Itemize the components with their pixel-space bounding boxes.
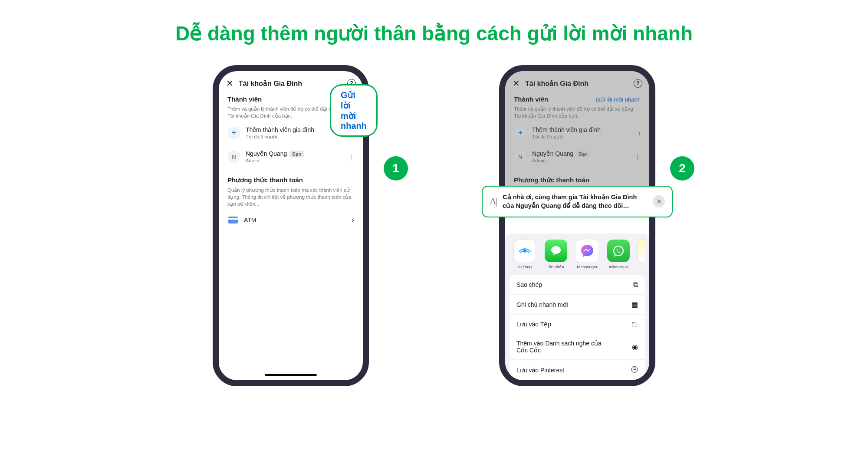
airdrop-icon [513, 240, 536, 262]
plus-icon: + [227, 127, 240, 140]
section-title: Thành viên [514, 95, 548, 103]
member-name: Nguyễn QuangBạn [532, 150, 629, 157]
header-title: Tài khoản Gia Đình [239, 79, 342, 88]
copy-icon: ⧉ [633, 281, 638, 289]
app-label: WhatsApp [609, 264, 628, 269]
app-label: AirDrop [518, 264, 532, 269]
payment-section: Phương thức thanh toán [505, 173, 649, 186]
more-icon[interactable]: ⋯ [634, 154, 642, 160]
member-row[interactable]: N Nguyễn QuangBạn Admin ⋯ [505, 145, 649, 168]
note-icon: ▦ [631, 300, 638, 309]
help-icon[interactable]: ? [634, 79, 642, 88]
avatar-initial: N [514, 150, 527, 163]
header-title: Tài khoản Gia Đình [525, 79, 628, 88]
plus-icon: + [514, 127, 527, 140]
step-badge-1: 1 [384, 156, 408, 181]
quick-invite-link[interactable]: Gửi lời mời nhanh [596, 96, 641, 103]
screen: ✕ Tài khoản Gia Đình ? Thành viên Gửi lờ… [505, 71, 649, 380]
card-icon [227, 214, 239, 226]
folder-icon: 🗀 [631, 320, 638, 328]
phones-row: ✕ Tài khoản Gia Đình ? Thành viên Thêm v… [0, 65, 868, 386]
close-icon[interactable]: ✕ [653, 195, 665, 207]
close-icon[interactable]: ✕ [512, 79, 520, 87]
dimmed-background: ✕ Tài khoản Gia Đình ? Thành viên Gửi lờ… [505, 71, 649, 186]
phone-step-2: ✕ Tài khoản Gia Đình ? Thành viên Gửi lờ… [499, 65, 655, 386]
app-label: Messenger [577, 264, 598, 269]
phone-step-1: ✕ Tài khoản Gia Đình ? Thành viên Thêm v… [213, 65, 369, 386]
app-label: Tin nhắn [548, 264, 564, 269]
svg-point-2 [614, 246, 623, 256]
more-icon[interactable]: ⋯ [347, 154, 355, 160]
share-sheet: AirDrop Tin nhắn Messenger [505, 233, 649, 380]
coccoc-icon: ◉ [632, 343, 638, 351]
whatsapp-icon [607, 240, 630, 262]
share-app-whatsapp[interactable]: WhatsApp [606, 240, 631, 269]
share-message-text: Cả nhà ơi, cùng tham gia Tài khoản Gia Đ… [503, 193, 647, 210]
share-apps-row: AirDrop Tin nhắn Messenger [505, 233, 649, 273]
add-member-sub: Tối đa 9 người [532, 134, 633, 140]
section-description: Thêm và quản lý thành viên để họ có thể … [514, 105, 641, 119]
share-app-messenger[interactable]: Messenger [575, 240, 600, 269]
you-badge: Bạn [289, 151, 303, 158]
chevron-right-icon: › [638, 129, 641, 137]
payment-section: Phương thức thanh toán Quản lý phương th… [219, 173, 363, 209]
share-action-coccoc[interactable]: Thêm vào Danh sách nghe của Cốc Cốc ◉ [510, 334, 645, 360]
add-member-row[interactable]: + Thêm thành viên gia đình Tối đa 9 ngườ… [505, 121, 649, 145]
share-actions-list: Sao chép ⧉ Ghi chú nhanh mới ▦ Lưu vào T… [510, 275, 645, 380]
phone-frame: ✕ Tài khoản Gia Đình ? Thành viên Gửi lờ… [499, 65, 655, 386]
page-headline: Dễ dàng thêm người thân bằng cách gửi lờ… [0, 22, 868, 45]
share-app-airdrop[interactable]: AirDrop [512, 240, 537, 269]
member-info: Nguyễn QuangBạn Admin [246, 150, 343, 163]
add-member-title: Thêm thành viên gia đình [532, 126, 633, 133]
member-role: Admin [246, 158, 343, 163]
add-member-sub: Tối đa 9 người [246, 134, 347, 140]
share-app-notes-peek[interactable] [637, 240, 645, 262]
step-badge-2: 2 [670, 156, 694, 181]
svg-point-1 [551, 246, 561, 254]
messenger-icon [576, 240, 598, 262]
messages-icon [545, 240, 567, 262]
member-role: Admin [532, 158, 629, 163]
members-section: Thành viên Gửi lời mời nhanh Thêm và quả… [505, 92, 649, 121]
close-icon[interactable]: ✕ [226, 79, 233, 87]
app-header: ✕ Tài khoản Gia Đình ? [505, 71, 649, 92]
section-title: Phương thức thanh toán [227, 176, 354, 184]
section-title: Phương thức thanh toán [514, 176, 641, 184]
avatar-initial: N [227, 150, 240, 163]
you-badge: Bạn [576, 151, 590, 158]
share-app-messages[interactable]: Tin nhắn [543, 240, 569, 269]
share-text-card: A| Cả nhà ơi, cùng tham gia Tài khoản Gi… [482, 186, 673, 217]
payment-method-label: ATM [244, 217, 347, 223]
pinterest-icon: Ⓟ [631, 365, 638, 375]
share-action-savefile[interactable]: Lưu vào Tệp 🗀 [510, 315, 645, 334]
share-action-quicknote[interactable]: Ghi chú nhanh mới ▦ [510, 295, 645, 315]
quick-invite-callout: Gửi lời mời nhanh [330, 84, 378, 137]
member-row[interactable]: N Nguyễn QuangBạn Admin ⋯ [219, 145, 363, 168]
member-name: Nguyễn QuangBạn [246, 150, 343, 157]
chevron-right-icon: › [352, 216, 354, 224]
share-action-pinterest[interactable]: Lưu vào Pinterest Ⓟ [510, 360, 645, 380]
text-cursor-icon: A| [490, 196, 496, 207]
section-description: Quản lý phương thức thanh toán mà các th… [227, 187, 354, 207]
home-indicator [265, 374, 317, 376]
share-action-copy[interactable]: Sao chép ⧉ [510, 275, 645, 295]
payment-method-row[interactable]: ATM › [219, 209, 363, 231]
